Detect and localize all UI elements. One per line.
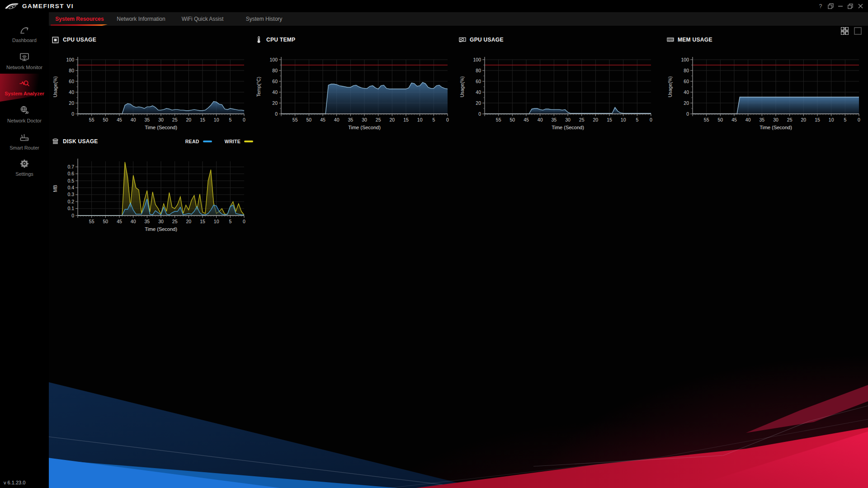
minimize-to-tray-button[interactable] (826, 1, 835, 11)
svg-text:50: 50 (717, 117, 723, 122)
ram-icon (666, 36, 674, 44)
svg-text:40: 40 (538, 117, 543, 122)
single-view-icon[interactable] (854, 27, 862, 35)
svg-text:0.2: 0.2 (67, 199, 74, 204)
svg-text:20: 20 (69, 100, 74, 106)
svg-text:0: 0 (650, 117, 652, 122)
system-resources-panel: CPU USAGE 020406080100555045403530252015… (49, 26, 868, 488)
tab-wifi-quick-assist[interactable]: WiFi Quick Assist (172, 12, 233, 26)
svg-text:15: 15 (200, 219, 205, 224)
close-button[interactable] (855, 1, 865, 11)
svg-text:20: 20 (684, 100, 689, 106)
svg-text:0: 0 (446, 117, 449, 122)
sidebar-item-network-monitor[interactable]: Network Monitor (0, 48, 49, 75)
svg-text:Usage(%): Usage(%) (667, 76, 673, 98)
active-tab-underline (51, 24, 108, 26)
svg-text:0: 0 (686, 111, 689, 117)
svg-text:15: 15 (403, 117, 409, 122)
svg-text:50: 50 (103, 117, 108, 122)
view-toggles (841, 27, 862, 35)
svg-text:0: 0 (243, 117, 245, 122)
disk-usage-chart: DISK USAGE READ WRITE 00.10.20.30.40.50.… (51, 137, 254, 235)
help-button[interactable]: ? (816, 1, 826, 11)
dashboard-icon (19, 24, 30, 36)
tab-label: Network Information (117, 16, 165, 22)
svg-text:Usage(%): Usage(%) (52, 76, 58, 98)
svg-text:35: 35 (144, 117, 150, 122)
svg-text:40: 40 (684, 89, 689, 95)
sidebar-item-smart-router[interactable]: Smart Router (0, 129, 49, 155)
svg-text:50: 50 (103, 219, 108, 224)
cpu-usage-plot: 0204060801005550454035302520151050Usage(… (51, 46, 248, 133)
sidebar-item-label: Network Doctor (7, 118, 42, 123)
svg-text:20: 20 (186, 117, 191, 122)
thermometer-icon (255, 36, 263, 44)
brand: GAMEFIRST VI (0, 2, 74, 10)
svg-text:40: 40 (69, 89, 74, 95)
svg-text:0.1: 0.1 (67, 206, 74, 211)
sidebar-item-system-analyzer[interactable]: System Analyzer (0, 75, 49, 101)
svg-text:Temp(°C): Temp(°C) (256, 77, 261, 97)
svg-text:Time (Second): Time (Second) (552, 125, 584, 130)
svg-text:25: 25 (172, 219, 178, 224)
minimize-button[interactable] (835, 1, 845, 11)
svg-text:15: 15 (200, 117, 205, 122)
svg-text:Time (Second): Time (Second) (348, 125, 381, 130)
svg-text:10: 10 (621, 117, 626, 122)
chart-title: GPU USAGE (470, 37, 504, 43)
svg-text:20: 20 (272, 100, 278, 106)
rog-logo-icon (5, 2, 19, 10)
svg-text:50: 50 (509, 117, 515, 122)
sidebar-item-label: Settings (15, 171, 33, 177)
svg-text:0.5: 0.5 (67, 178, 74, 183)
restore-button[interactable] (845, 1, 855, 11)
cpu-icon (52, 36, 59, 44)
cpu-temp-chart: CPU TEMP 0204060801005550454035302520151… (254, 36, 458, 133)
svg-text:20: 20 (593, 117, 598, 122)
svg-text:80: 80 (476, 68, 481, 73)
tabbar: System Resources Network Information WiF… (49, 12, 868, 26)
svg-text:35: 35 (144, 219, 150, 224)
chart-title: CPU USAGE (63, 37, 96, 43)
svg-text:0: 0 (478, 111, 481, 117)
svg-text:60: 60 (272, 79, 278, 84)
disk-icon (52, 138, 59, 145)
tab-label: System History (246, 16, 283, 22)
svg-text:30: 30 (773, 117, 778, 122)
svg-text:25: 25 (579, 117, 585, 122)
svg-text:40: 40 (334, 117, 340, 122)
svg-text:45: 45 (117, 219, 122, 224)
svg-text:0.3: 0.3 (67, 192, 74, 197)
sidebar-item-network-doctor[interactable]: Network Doctor (0, 102, 49, 128)
sidebar-item-dashboard[interactable]: Dashboard (0, 21, 49, 47)
svg-text:25: 25 (172, 117, 178, 122)
sidebar-item-settings[interactable]: Settings (0, 155, 49, 181)
svg-text:100: 100 (473, 57, 481, 62)
grid-view-icon[interactable] (841, 27, 849, 35)
tab-network-information[interactable]: Network Information (110, 12, 172, 26)
svg-text:40: 40 (476, 89, 481, 95)
svg-text:30: 30 (565, 117, 571, 122)
svg-text:20: 20 (186, 219, 191, 224)
svg-text:80: 80 (69, 68, 74, 73)
network-monitor-icon (19, 51, 30, 63)
svg-text:0: 0 (243, 219, 245, 224)
svg-text:0.6: 0.6 (67, 171, 74, 176)
svg-text:35: 35 (759, 117, 764, 122)
svg-text:0: 0 (275, 111, 278, 117)
network-doctor-icon (19, 104, 30, 116)
svg-text:40: 40 (131, 219, 136, 224)
svg-text:55: 55 (89, 117, 94, 122)
svg-text:Time (Second): Time (Second) (145, 125, 177, 130)
legend-write-label: WRITE (225, 139, 241, 144)
tab-system-history[interactable]: System History (233, 12, 295, 26)
settings-icon (19, 158, 29, 169)
sidebar-item-label: Network Monitor (6, 65, 42, 70)
tab-system-resources[interactable]: System Resources (49, 12, 110, 26)
cpu-temp-plot: 0204060801005550454035302520151050Temp(°… (254, 46, 451, 133)
app-title: GAMEFIRST VI (22, 3, 74, 9)
svg-text:20: 20 (389, 117, 395, 122)
window-controls: ? (816, 1, 868, 11)
svg-text:20: 20 (801, 117, 806, 122)
sidebar-item-label: System Analyzer (5, 91, 44, 96)
